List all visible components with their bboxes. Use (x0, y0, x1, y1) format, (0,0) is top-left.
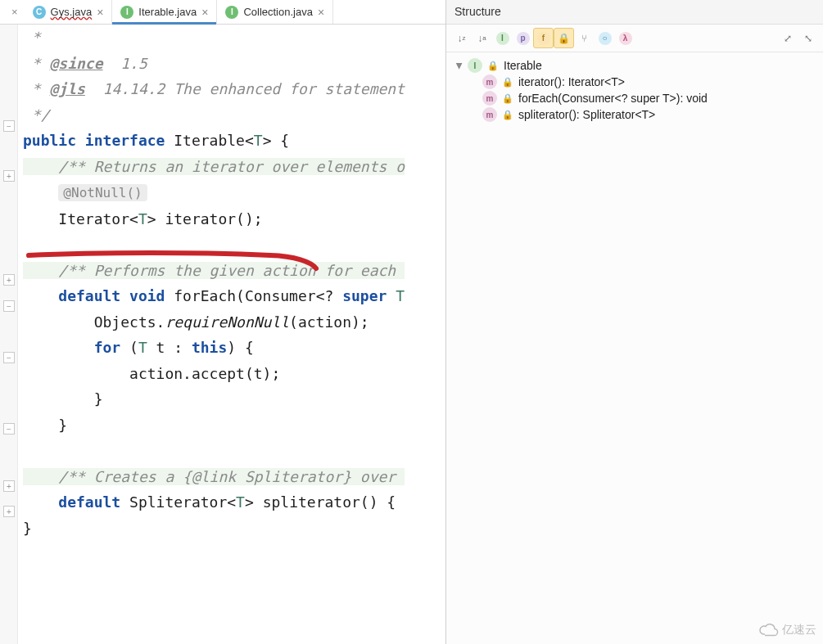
method-icon: m (482, 107, 497, 122)
interface-icon: I (468, 58, 482, 73)
show-properties-button[interactable]: p (513, 28, 533, 48)
close-icon[interactable]: × (318, 7, 324, 18)
fold-marker[interactable]: + (3, 274, 15, 286)
tree-label: spliterator(): Spliterator<T> (518, 108, 655, 121)
structure-toolbar: ↓z ↓a I p f 🔒 ⑂ ○ λ ⤢ ⤡ (446, 25, 823, 52)
collapse-all-button[interactable]: ⤡ (798, 28, 818, 48)
tab-label: Iterable.java (138, 6, 197, 18)
show-nonpublic-button[interactable]: 🔒 (554, 28, 574, 48)
watermark-text: 亿速云 (782, 623, 816, 637)
sort-visibility-button[interactable]: ↓z (451, 28, 472, 48)
tab-label: Gys.java (51, 6, 93, 18)
chevron-down-icon: ▶ (455, 62, 464, 69)
tab-label: Collection.java (243, 6, 313, 18)
fold-marker[interactable]: − (3, 120, 15, 132)
show-fields-button[interactable]: f (533, 28, 554, 48)
show-interfaces-button[interactable]: I (492, 28, 513, 48)
lock-icon: 🔒 (502, 93, 513, 104)
editor-area: × C Gys.java × I Iterable.java × I Colle… (0, 0, 446, 644)
tab-close-leading[interactable]: × (5, 0, 25, 24)
method-icon: m (482, 74, 497, 89)
annotation-hint: @NotNull() (58, 184, 147, 201)
tab-collection[interactable]: I Collection.java × (217, 0, 333, 24)
show-lambda-button[interactable]: λ (615, 28, 635, 48)
interface-icon: I (120, 6, 133, 19)
fold-marker[interactable]: + (3, 480, 15, 492)
close-icon[interactable]: × (201, 7, 208, 18)
cloud-icon (759, 623, 779, 637)
tree-label: Iterable (504, 59, 542, 72)
watermark: 亿速云 (759, 623, 816, 637)
code-content: * * @since 1.5 * @jls 14.14.2 The enhanc… (0, 25, 445, 541)
code-editor[interactable]: − + + − − − + + * * @since 1.5 * @jls 14… (0, 25, 445, 644)
method-icon: m (482, 91, 497, 106)
structure-tree: ▶ I 🔒 Iterable m 🔒 iterator(): Iterator<… (446, 52, 823, 128)
show-anonymous-button[interactable]: ○ (595, 28, 615, 48)
editor-tabs: × C Gys.java × I Iterable.java × I Colle… (0, 0, 445, 25)
lock-icon: 🔒 (487, 61, 499, 71)
tab-gys[interactable]: C Gys.java × (25, 0, 113, 24)
class-icon: C (33, 6, 46, 19)
structure-title: Structure (446, 0, 823, 25)
tree-label: iterator(): Iterator<T> (518, 75, 625, 88)
sort-alpha-button[interactable]: ↓a (472, 28, 492, 48)
structure-panel: Structure ↓z ↓a I p f 🔒 ⑂ ○ λ ⤢ ⤡ ▶ I 🔒 … (446, 0, 823, 644)
fold-marker[interactable]: + (3, 506, 15, 517)
expand-all-button[interactable]: ⤢ (777, 28, 798, 48)
editor-gutter: − + + − − − + + (0, 25, 18, 644)
tree-node-method[interactable]: m 🔒 spliterator(): Spliterator<T> (450, 106, 820, 123)
fold-marker[interactable]: − (3, 423, 15, 435)
tab-iterable[interactable]: I Iterable.java × (112, 0, 217, 24)
close-icon[interactable]: × (97, 7, 103, 18)
fold-marker[interactable]: − (3, 352, 15, 363)
interface-icon: I (225, 6, 238, 19)
tree-node-method[interactable]: m 🔒 iterator(): Iterator<T> (450, 74, 820, 90)
tree-label: forEach(Consumer<? super T>): void (518, 92, 708, 105)
tree-node-interface[interactable]: ▶ I 🔒 Iterable (450, 57, 820, 74)
tree-node-method[interactable]: m 🔒 forEach(Consumer<? super T>): void (450, 90, 820, 106)
fold-marker[interactable]: − (3, 300, 15, 312)
lock-icon: 🔒 (502, 77, 513, 88)
lock-icon: 🔒 (502, 110, 513, 120)
show-inherited-button[interactable]: ⑂ (574, 28, 595, 48)
fold-marker[interactable]: + (3, 170, 15, 182)
